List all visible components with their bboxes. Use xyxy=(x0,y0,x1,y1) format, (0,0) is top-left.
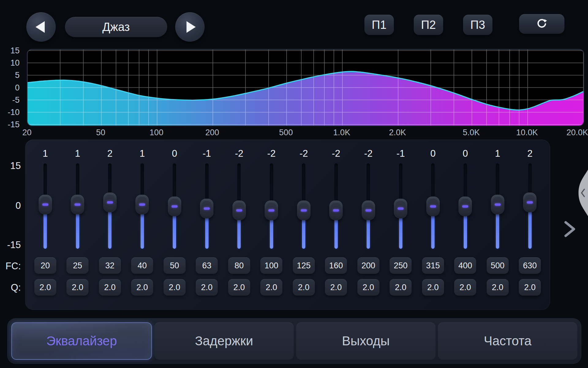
tab-delays[interactable]: Задержки xyxy=(154,322,294,360)
band-q-button[interactable]: 2.0 xyxy=(293,279,315,296)
band-gain-value: -1 xyxy=(385,148,417,159)
band-fc-button[interactable]: 200 xyxy=(357,257,379,274)
slider-thumb-mark-icon xyxy=(365,209,371,212)
band-slider-thumb[interactable] xyxy=(135,195,149,214)
band-q-button[interactable]: 2.0 xyxy=(390,279,412,296)
band-fc-button[interactable]: 20 xyxy=(34,257,56,274)
eq-response-graph xyxy=(27,49,584,126)
band-slider-thumb[interactable] xyxy=(329,201,343,220)
band-slider-fill xyxy=(431,215,435,249)
band-fc-button[interactable]: 125 xyxy=(293,257,315,274)
band-fc-button[interactable]: 500 xyxy=(487,257,509,274)
band-slider-thumb[interactable] xyxy=(39,195,52,214)
band-slider-thumb[interactable] xyxy=(491,195,504,214)
band-slider-thumb[interactable] xyxy=(426,197,440,216)
band-slider-fill xyxy=(43,213,47,249)
band-slider-thumb[interactable] xyxy=(523,193,537,212)
eq-band-63: -1632.0 xyxy=(191,140,223,309)
band-q-button[interactable]: 2.0 xyxy=(519,279,541,296)
band-slider-thumb[interactable] xyxy=(458,197,472,216)
band-fc-button[interactable]: 32 xyxy=(99,257,121,274)
eq-band-200: -22002.0 xyxy=(352,140,385,309)
graph-x-axis: 20501002005001.0K2.0K5.0K10.0K20.0K xyxy=(27,128,584,138)
slider-scale-max: 15 xyxy=(0,160,21,171)
drawer-flap-handle[interactable] xyxy=(577,170,588,216)
band-fc-button[interactable]: 80 xyxy=(228,257,250,274)
band-gain-value: -2 xyxy=(352,148,385,159)
band-gain-value: -2 xyxy=(320,148,352,159)
band-fc-button[interactable]: 630 xyxy=(519,257,541,274)
y-tick-label: -15 xyxy=(1,120,20,129)
band-q-button[interactable]: 2.0 xyxy=(66,279,89,296)
y-tick-label: -5 xyxy=(1,96,20,104)
eq-band-500: 15002.0 xyxy=(481,140,514,309)
band-slider-thumb[interactable] xyxy=(168,197,181,216)
band-q-button[interactable]: 2.0 xyxy=(228,279,250,296)
slider-thumb-mark-icon xyxy=(527,201,533,204)
slider-thumb-mark-icon xyxy=(74,203,81,206)
band-q-button[interactable]: 2.0 xyxy=(487,279,509,296)
memory-button-p3[interactable]: П3 xyxy=(463,15,492,35)
band-fc-button[interactable]: 400 xyxy=(454,257,476,274)
band-q-button[interactable]: 2.0 xyxy=(196,279,218,296)
band-slider-thumb[interactable] xyxy=(297,201,311,220)
band-q-button[interactable]: 2.0 xyxy=(260,279,282,296)
band-slider-thumb[interactable] xyxy=(232,201,246,220)
band-fc-button[interactable]: 160 xyxy=(325,257,347,274)
band-fc-button[interactable]: 50 xyxy=(164,257,186,274)
slider-thumb-mark-icon xyxy=(398,207,404,210)
preset-prev-button[interactable] xyxy=(26,12,56,42)
eq-band-100: -21002.0 xyxy=(255,140,288,309)
band-q-button[interactable]: 2.0 xyxy=(131,279,153,296)
slider-thumb-mark-icon xyxy=(42,203,48,206)
next-bands-button[interactable] xyxy=(563,220,577,239)
band-slider-thumb[interactable] xyxy=(394,199,407,218)
band-gain-value: 0 xyxy=(449,148,482,159)
eq-band-32: 2322.0 xyxy=(94,140,126,309)
band-slider-thumb[interactable] xyxy=(265,201,278,220)
band-slider-thumb[interactable] xyxy=(103,193,117,212)
reset-button[interactable] xyxy=(519,14,564,34)
band-q-button[interactable]: 2.0 xyxy=(34,279,56,296)
memory-button-p2[interactable]: П2 xyxy=(414,15,443,35)
x-tick-label: 10.0K xyxy=(516,128,538,137)
band-slider-thumb[interactable] xyxy=(362,201,375,220)
band-fc-button[interactable]: 40 xyxy=(131,257,153,274)
band-q-button[interactable]: 2.0 xyxy=(325,279,347,296)
band-slider-thumb[interactable] xyxy=(200,199,213,218)
band-fc-button[interactable]: 250 xyxy=(390,257,412,274)
eq-band-20: 1202.0 xyxy=(29,140,62,309)
band-fc-button[interactable]: 63 xyxy=(196,257,218,274)
band-q-button[interactable]: 2.0 xyxy=(357,279,379,296)
slider-thumb-mark-icon xyxy=(268,209,274,212)
x-tick-label: 500 xyxy=(279,128,293,137)
eq-band-250: -12502.0 xyxy=(385,140,417,309)
eq-band-40: 1402.0 xyxy=(126,140,159,309)
band-q-button[interactable]: 2.0 xyxy=(422,279,444,296)
band-fc-button[interactable]: 315 xyxy=(422,257,444,274)
memory-button-p1[interactable]: П1 xyxy=(364,15,394,35)
x-tick-label: 1.0K xyxy=(333,128,350,137)
x-tick-label: 20 xyxy=(22,128,32,137)
preset-next-button[interactable] xyxy=(175,12,205,42)
band-gain-value: 2 xyxy=(94,148,126,159)
memory-button-label: П2 xyxy=(421,18,436,32)
tab-equalizer[interactable]: Эквалайзер xyxy=(11,322,152,360)
band-slider-thumb[interactable] xyxy=(71,195,84,214)
eq-band-50: 0502.0 xyxy=(158,140,191,309)
bottom-tab-bar: ЭквалайзерЗадержкиВыходыЧастота xyxy=(7,318,581,364)
band-gain-value: 0 xyxy=(158,148,191,159)
eq-band-315: 03152.0 xyxy=(417,140,449,309)
tab-frequency[interactable]: Частота xyxy=(438,322,577,360)
y-tick-label: 5 xyxy=(1,71,20,79)
band-gain-value: 2 xyxy=(514,148,546,159)
band-q-button[interactable]: 2.0 xyxy=(99,279,121,296)
band-fc-button[interactable]: 100 xyxy=(260,257,282,274)
band-q-button[interactable]: 2.0 xyxy=(454,279,476,296)
band-slider-fill xyxy=(399,217,402,249)
preset-selector[interactable]: Джаз xyxy=(65,17,167,37)
tab-outputs[interactable]: Выходы xyxy=(296,322,435,360)
band-gain-value: -1 xyxy=(191,148,223,159)
band-fc-button[interactable]: 25 xyxy=(66,257,89,274)
band-q-button[interactable]: 2.0 xyxy=(164,279,186,296)
